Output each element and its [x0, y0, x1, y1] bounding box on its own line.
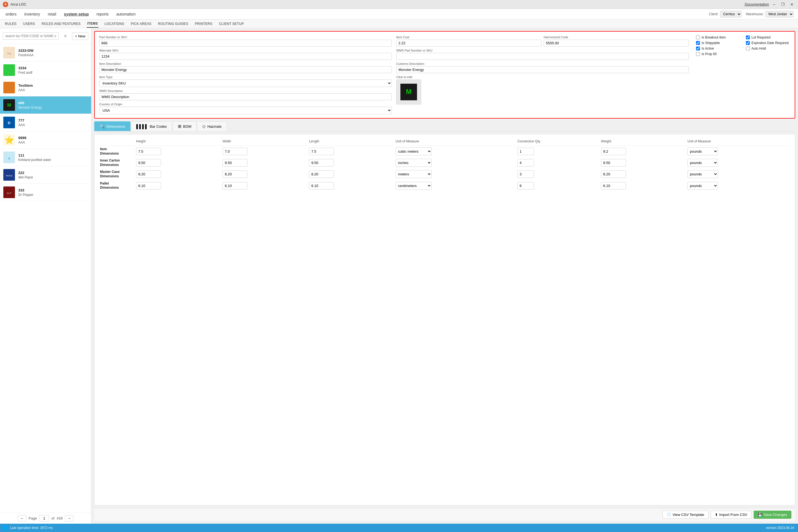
inner-uom-select[interactable]: cubic meters inches feet meters centimet…: [396, 159, 432, 167]
auto-hold-check[interactable]: [746, 46, 750, 51]
is-prop65-check[interactable]: [696, 52, 700, 56]
inner-height-input[interactable]: [136, 159, 161, 167]
inner-length-input[interactable]: [309, 159, 334, 167]
subnav-items[interactable]: ITEMS: [87, 20, 98, 28]
prev-page-button[interactable]: ←: [18, 515, 26, 521]
subnav-rules[interactable]: RULES: [4, 20, 17, 27]
clear-search-button[interactable]: ✕: [61, 31, 70, 41]
minimize-button[interactable]: ─: [771, 2, 777, 7]
tab-barcodes[interactable]: ▌▌▌▌ Bar Codes: [131, 121, 172, 131]
tab-hazmats[interactable]: ◇ Hazmats: [197, 121, 227, 131]
item-cost-input[interactable]: [396, 40, 542, 46]
save-icon: 💾: [758, 513, 762, 517]
list-item[interactable]: TestItem AAA: [0, 79, 91, 96]
subnav-roles[interactable]: ROLES AND FEATURES: [41, 20, 81, 27]
alt-sku-input[interactable]: [99, 53, 392, 60]
item-height-input[interactable]: [136, 148, 161, 155]
pallet-width-input[interactable]: [223, 182, 247, 190]
item-conv-qty-input[interactable]: [517, 148, 534, 155]
subnav-routing[interactable]: ROUTING GUIDES: [158, 20, 189, 27]
sidebar: ✕ + New img 3333-DW FreshAAA: [0, 28, 92, 524]
master-conv-qty-input[interactable]: [517, 170, 534, 178]
master-weight-input[interactable]: [601, 170, 626, 178]
master-width-input[interactable]: [223, 170, 247, 178]
dimensions-icon: 🔍: [99, 124, 105, 129]
inner-conv-qty-input[interactable]: [517, 159, 534, 167]
item-weight-input[interactable]: [601, 148, 626, 155]
nav-retail[interactable]: retail: [47, 10, 57, 19]
list-item[interactable]: 3334 Fred asdf: [0, 61, 91, 79]
item-weight-uom-select[interactable]: pounds kilograms ounces: [687, 147, 718, 155]
tab-dimensions[interactable]: 🔍 Dimensions: [94, 121, 131, 131]
item-desc-input[interactable]: [99, 66, 392, 73]
lot-required-check[interactable]: [746, 36, 750, 39]
item-code: 222: [18, 171, 33, 175]
is-shippable-check[interactable]: [696, 41, 700, 45]
list-item-active[interactable]: M 666 Monster Energy: [0, 96, 91, 114]
documentation-link[interactable]: Documentation: [745, 2, 769, 6]
item-thumbnail: 💧: [3, 152, 15, 163]
nav-inventory[interactable]: inventory: [23, 10, 41, 19]
inner-width-input[interactable]: [223, 159, 247, 167]
close-button[interactable]: ✕: [788, 2, 795, 7]
drpepper-icon: Dr P: [3, 187, 15, 198]
pallet-weight-uom-select[interactable]: pounds kilograms ounces: [687, 182, 718, 190]
pallet-length-input[interactable]: [309, 182, 334, 190]
customs-desc-input[interactable]: [396, 66, 689, 73]
item-width-input[interactable]: [223, 148, 247, 155]
harmonized-code-input[interactable]: [544, 40, 689, 46]
list-item[interactable]: 💧 111 Kirkland purified water: [0, 149, 91, 166]
view-csv-button[interactable]: 📄 View CSV Template: [663, 511, 708, 519]
import-csv-button[interactable]: ⬆ Import From CSV: [711, 511, 752, 519]
item-code: 3334: [18, 66, 33, 70]
subnav-locations[interactable]: LOCATIONS: [104, 20, 125, 27]
item-uom-select[interactable]: cubic meters inches feet meters centimet…: [396, 147, 432, 155]
next-page-button[interactable]: →: [65, 515, 73, 521]
list-item[interactable]: D 777 AAA: [0, 114, 91, 131]
part-number-input[interactable]: [99, 40, 392, 46]
wms-desc-input[interactable]: [99, 93, 392, 100]
list-item[interactable]: ⭐ 9999 AAA: [0, 131, 91, 149]
warehouse-dropdown[interactable]: West Jordan: [765, 11, 794, 17]
item-desc-field: Item Description: [99, 62, 392, 73]
pallet-height-input[interactable]: [136, 182, 161, 190]
is-active-check[interactable]: [696, 46, 700, 51]
new-item-button[interactable]: + New: [72, 33, 89, 40]
inner-weight-uom-select[interactable]: pounds kilograms ounces: [687, 159, 718, 167]
item-length-input[interactable]: [309, 148, 334, 155]
restore-button[interactable]: ❐: [779, 2, 786, 7]
list-item[interactable]: PEPSI 222 diet Pepsi: [0, 166, 91, 184]
master-uom-select[interactable]: cubic meters inches feet meters centimet…: [396, 170, 432, 178]
subnav-client-setup[interactable]: CLIENT SETUP: [218, 20, 244, 27]
nav-orders[interactable]: orders: [4, 10, 18, 19]
pallet-uom-select[interactable]: cubic meters inches feet meters centimet…: [396, 182, 432, 190]
inner-weight-input[interactable]: [601, 159, 626, 167]
master-weight-uom-select[interactable]: pounds kilograms ounces: [687, 170, 718, 178]
save-changes-button[interactable]: 💾 Save Changes: [754, 511, 791, 519]
country-select[interactable]: USA China Mexico Canada: [99, 107, 392, 114]
search-input[interactable]: [3, 33, 59, 40]
subnav-pick-areas[interactable]: PICK AREAS: [130, 20, 152, 27]
master-length-input[interactable]: [309, 170, 334, 178]
nav-system-setup[interactable]: system setup: [63, 10, 90, 19]
of-label: of: [51, 516, 54, 520]
item-type-select[interactable]: Inventory SKU Non-Inventory Service: [99, 79, 392, 87]
subnav-printers[interactable]: PRINTERS: [194, 20, 213, 27]
tab-bom[interactable]: ⊞ BOM: [173, 121, 197, 131]
pallet-conv-qty-input[interactable]: [517, 182, 534, 190]
nav-automation[interactable]: automation: [115, 10, 137, 19]
list-item[interactable]: img 3333-DW FreshAAA: [0, 44, 91, 61]
is-breakout-check[interactable]: [696, 36, 700, 39]
star-icon: ⭐: [4, 135, 14, 145]
master-height-input[interactable]: [136, 170, 161, 178]
nav-reports[interactable]: reports: [95, 10, 110, 19]
list-item[interactable]: Dr P 333 Dr Pepper: [0, 184, 91, 201]
expiration-required-check[interactable]: [746, 41, 750, 45]
page-input[interactable]: [39, 515, 49, 521]
warehouse-label: Warehouse:: [746, 12, 764, 16]
subnav-users[interactable]: USERS: [23, 20, 36, 27]
wms-part-input[interactable]: [396, 53, 689, 60]
pallet-weight-input[interactable]: [601, 182, 626, 190]
client-dropdown[interactable]: Cerritus: [720, 11, 741, 17]
item-image-edit[interactable]: M: [396, 79, 421, 104]
